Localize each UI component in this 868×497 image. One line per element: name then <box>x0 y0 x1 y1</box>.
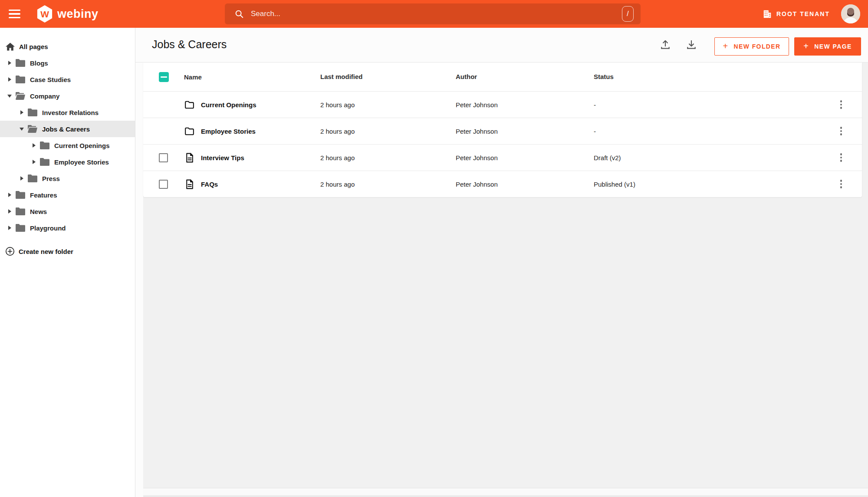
hamburger-menu-icon[interactable] <box>9 9 22 19</box>
row-status: - <box>594 101 820 109</box>
row-last-modified: 2 hours ago <box>320 101 456 109</box>
page-title: Jobs & Careers <box>152 38 227 51</box>
table-row-employee-stories[interactable]: Employee Stories 2 hours ago Peter Johns… <box>143 118 862 144</box>
plus-circle-icon <box>5 247 15 256</box>
sidebar-item-jobs-careers[interactable]: Jobs & Careers <box>0 121 135 137</box>
sidebar-item-company[interactable]: Company <box>0 88 135 104</box>
folder-icon <box>15 224 26 232</box>
table-body: Current Openings 2 hours ago Peter Johns… <box>143 91 862 197</box>
webiny-logo[interactable]: W webiny <box>36 5 99 23</box>
new-page-button[interactable]: + NEW PAGE <box>794 37 861 56</box>
open-folder-icon <box>15 92 26 100</box>
table-header-row: Name Last modified Author Status <box>143 63 862 91</box>
logo-wordmark: webiny <box>57 7 99 21</box>
sidebar-item-current-openings[interactable]: Current Openings <box>0 137 135 154</box>
column-header-last-modified[interactable]: Last modified <box>320 73 363 80</box>
folder-sidebar: All pages Blogs Case Studies Compa <box>0 28 135 497</box>
import-upload-icon[interactable] <box>660 39 671 50</box>
folder-icon <box>15 207 26 216</box>
horizontal-scrollbar-track[interactable] <box>143 488 868 495</box>
row-last-modified: 2 hours ago <box>320 181 456 188</box>
table-row-interview-tips[interactable]: Interview Tips 2 hours ago Peter Johnson… <box>143 144 862 171</box>
search-icon <box>234 9 244 19</box>
row-checkbox[interactable] <box>159 153 168 162</box>
row-actions-menu-icon[interactable] <box>838 177 845 191</box>
tenant-label: ROOT TENANT <box>776 10 830 17</box>
page-header: Jobs & Careers + NEW FOLDER + NEW PAGE <box>135 28 868 63</box>
user-avatar[interactable] <box>841 4 860 23</box>
row-actions-menu-icon[interactable] <box>838 151 845 165</box>
sidebar-item-features[interactable]: Features <box>0 187 135 203</box>
sidebar-item-news[interactable]: News <box>0 203 135 220</box>
row-author: Peter Johnson <box>456 181 594 188</box>
sidebar-item-press[interactable]: Press <box>0 170 135 187</box>
tenant-selector[interactable]: ROOT TENANT <box>763 9 830 19</box>
table-row-faqs[interactable]: FAQs 2 hours ago Peter Johnson Published… <box>143 171 862 197</box>
sidebar-item-investor-relations[interactable]: Investor Relations <box>0 104 135 121</box>
row-status: - <box>594 128 820 135</box>
new-folder-button[interactable]: + NEW FOLDER <box>714 37 789 56</box>
column-header-author[interactable]: Author <box>456 73 477 80</box>
export-download-icon[interactable] <box>686 39 697 50</box>
webiny-admin-app: W webiny / <box>0 0 868 497</box>
search-shortcut-key: / <box>622 6 634 22</box>
tree-caret-icon[interactable] <box>7 95 12 98</box>
open-folder-icon <box>27 125 38 133</box>
sidebar-item-all-pages[interactable]: All pages <box>0 38 135 55</box>
tree-caret-icon[interactable] <box>19 176 24 181</box>
folder-icon <box>27 108 38 117</box>
tree-caret-icon[interactable] <box>7 209 12 214</box>
main-left-gutter <box>135 28 143 497</box>
row-checkbox[interactable] <box>159 180 168 189</box>
content-area: Name Last modified Author Status Current… <box>143 63 868 488</box>
bottom-edge <box>143 495 868 497</box>
folder-icon <box>27 174 38 183</box>
tree-caret-icon[interactable] <box>19 128 24 131</box>
folder-icon <box>15 191 26 199</box>
top-app-bar: W webiny / <box>0 0 868 28</box>
building-icon <box>763 9 772 19</box>
pages-table: Name Last modified Author Status Current… <box>143 63 862 197</box>
row-name[interactable]: Current Openings <box>201 101 256 109</box>
tree-caret-icon[interactable] <box>31 143 36 148</box>
row-status: Draft (v2) <box>594 154 820 161</box>
folder-tree: Blogs Case Studies Company Investor Rela… <box>0 55 135 236</box>
row-name[interactable]: Interview Tips <box>201 154 244 161</box>
column-header-status[interactable]: Status <box>594 73 614 80</box>
home-icon <box>5 42 15 52</box>
page-file-icon <box>184 152 195 163</box>
sidebar-item-employee-stories[interactable]: Employee Stories <box>0 154 135 170</box>
sidebar-item-blogs[interactable]: Blogs <box>0 55 135 71</box>
row-actions-menu-icon[interactable] <box>838 98 845 112</box>
sidebar-item-playground[interactable]: Playground <box>0 220 135 236</box>
plus-icon: + <box>803 42 809 50</box>
folder-icon <box>184 126 195 137</box>
row-name[interactable]: FAQs <box>201 181 218 188</box>
column-header-name[interactable]: Name <box>184 73 202 81</box>
page-file-icon <box>184 179 195 190</box>
folder-icon <box>15 59 26 67</box>
tree-caret-icon[interactable] <box>7 61 12 65</box>
search-bar[interactable]: / <box>225 3 641 24</box>
svg-text:W: W <box>40 9 49 19</box>
folder-icon <box>184 99 195 110</box>
plus-icon: + <box>723 42 728 50</box>
table-row-current-openings[interactable]: Current Openings 2 hours ago Peter Johns… <box>143 91 862 118</box>
row-author: Peter Johnson <box>456 101 594 109</box>
tree-caret-icon[interactable] <box>31 160 36 164</box>
folder-icon <box>39 141 50 150</box>
row-author: Peter Johnson <box>456 154 594 161</box>
row-last-modified: 2 hours ago <box>320 128 456 135</box>
tree-caret-icon[interactable] <box>7 193 12 197</box>
tree-caret-icon[interactable] <box>7 77 12 82</box>
select-all-checkbox[interactable] <box>159 72 169 82</box>
row-name[interactable]: Employee Stories <box>201 128 256 135</box>
search-input[interactable] <box>251 10 622 18</box>
sidebar-item-case-studies[interactable]: Case Studies <box>0 71 135 88</box>
tree-caret-icon[interactable] <box>19 110 24 115</box>
row-status: Published (v1) <box>594 181 820 188</box>
tree-caret-icon[interactable] <box>7 226 12 230</box>
row-actions-menu-icon[interactable] <box>838 124 845 138</box>
row-last-modified: 2 hours ago <box>320 154 456 161</box>
create-new-folder-button[interactable]: Create new folder <box>0 243 135 260</box>
